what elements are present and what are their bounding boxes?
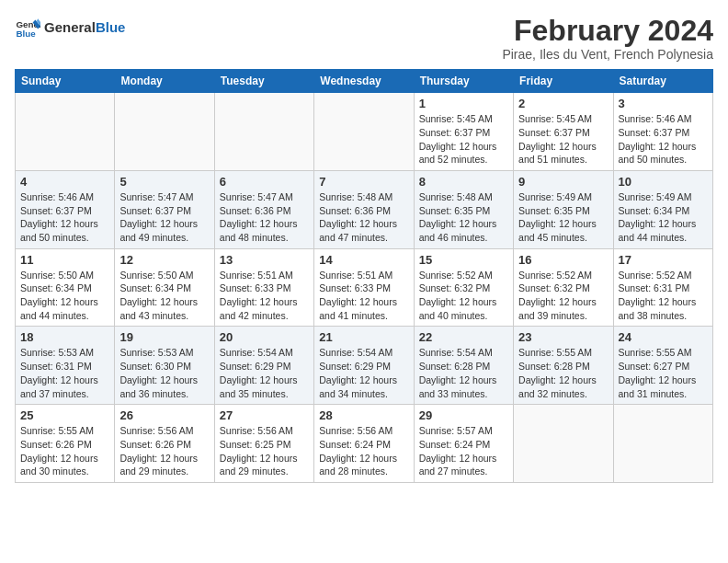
calendar-cell: 16Sunrise: 5:52 AM Sunset: 6:32 PM Dayli… [514, 248, 613, 327]
day-info: Sunrise: 5:51 AM Sunset: 6:33 PM Dayligh… [319, 269, 408, 323]
column-header-saturday: Saturday [613, 70, 712, 93]
day-number: 1 [419, 97, 508, 110]
calendar-cell: 21Sunrise: 5:54 AM Sunset: 6:29 PM Dayli… [314, 327, 414, 405]
day-number: 13 [220, 253, 309, 267]
svg-text:Blue: Blue [16, 29, 36, 39]
day-number: 12 [119, 253, 209, 267]
day-number: 25 [20, 408, 109, 422]
day-info: Sunrise: 5:45 AM Sunset: 6:37 PM Dayligh… [419, 112, 508, 167]
week-row-3: 11Sunrise: 5:50 AM Sunset: 6:34 PM Dayli… [16, 248, 713, 327]
day-number: 21 [319, 330, 408, 344]
calendar-cell: 18Sunrise: 5:53 AM Sunset: 6:31 PM Dayli… [16, 327, 115, 405]
page-subtitle: Pirae, Iles du Vent, French Polynesia [502, 47, 713, 62]
calendar-cell: 5Sunrise: 5:47 AM Sunset: 6:37 PM Daylig… [115, 170, 214, 248]
day-number: 11 [20, 253, 109, 267]
logo-blue: Blue [96, 19, 126, 35]
calendar-cell: 19Sunrise: 5:53 AM Sunset: 6:30 PM Dayli… [115, 327, 214, 405]
calendar-cell: 24Sunrise: 5:55 AM Sunset: 6:27 PM Dayli… [613, 327, 712, 405]
day-info: Sunrise: 5:49 AM Sunset: 6:34 PM Dayligh… [619, 190, 708, 245]
calendar-cell: 1Sunrise: 5:45 AM Sunset: 6:37 PM Daylig… [414, 93, 513, 171]
calendar-cell: 15Sunrise: 5:52 AM Sunset: 6:32 PM Dayli… [414, 248, 513, 327]
day-number: 15 [419, 253, 508, 267]
day-info: Sunrise: 5:54 AM Sunset: 6:28 PM Dayligh… [419, 346, 508, 400]
calendar-cell: 3Sunrise: 5:46 AM Sunset: 6:37 PM Daylig… [613, 93, 712, 171]
day-info: Sunrise: 5:55 AM Sunset: 6:27 PM Dayligh… [619, 346, 708, 400]
day-info: Sunrise: 5:56 AM Sunset: 6:25 PM Dayligh… [220, 424, 309, 478]
day-number: 5 [119, 175, 209, 189]
page-header: General Blue GeneralBlue February 2024 P… [15, 15, 713, 62]
day-number: 4 [20, 175, 109, 189]
day-number: 23 [518, 330, 608, 344]
day-number: 20 [220, 330, 309, 344]
calendar-cell: 28Sunrise: 5:56 AM Sunset: 6:24 PM Dayli… [314, 405, 414, 483]
calendar-cell: 11Sunrise: 5:50 AM Sunset: 6:34 PM Dayli… [16, 248, 115, 327]
day-info: Sunrise: 5:49 AM Sunset: 6:35 PM Dayligh… [518, 190, 608, 245]
calendar-cell [214, 93, 313, 171]
day-info: Sunrise: 5:52 AM Sunset: 6:31 PM Dayligh… [619, 269, 708, 323]
calendar-cell: 9Sunrise: 5:49 AM Sunset: 6:35 PM Daylig… [514, 170, 613, 248]
day-info: Sunrise: 5:50 AM Sunset: 6:34 PM Dayligh… [119, 269, 209, 323]
column-header-monday: Monday [115, 70, 214, 93]
column-header-tuesday: Tuesday [214, 70, 313, 93]
week-row-4: 18Sunrise: 5:53 AM Sunset: 6:31 PM Dayli… [16, 327, 713, 405]
calendar-cell [613, 405, 712, 483]
day-number: 7 [319, 175, 408, 189]
column-header-friday: Friday [514, 70, 613, 93]
calendar-cell: 2Sunrise: 5:45 AM Sunset: 6:37 PM Daylig… [514, 93, 613, 171]
calendar-cell: 14Sunrise: 5:51 AM Sunset: 6:33 PM Dayli… [314, 248, 414, 327]
week-row-1: 1Sunrise: 5:45 AM Sunset: 6:37 PM Daylig… [16, 93, 713, 171]
calendar-cell [16, 93, 115, 171]
calendar-cell [514, 405, 613, 483]
calendar-table: SundayMondayTuesdayWednesdayThursdayFrid… [15, 69, 713, 483]
day-info: Sunrise: 5:57 AM Sunset: 6:24 PM Dayligh… [419, 424, 508, 478]
day-number: 10 [619, 175, 708, 189]
calendar-cell [314, 93, 414, 171]
day-number: 18 [20, 330, 109, 344]
calendar-cell: 22Sunrise: 5:54 AM Sunset: 6:28 PM Dayli… [414, 327, 513, 405]
day-info: Sunrise: 5:54 AM Sunset: 6:29 PM Dayligh… [319, 346, 408, 400]
day-info: Sunrise: 5:56 AM Sunset: 6:26 PM Dayligh… [119, 424, 209, 478]
day-info: Sunrise: 5:47 AM Sunset: 6:37 PM Dayligh… [119, 190, 209, 245]
day-number: 17 [619, 253, 708, 267]
logo-general: General [44, 19, 96, 35]
day-info: Sunrise: 5:55 AM Sunset: 6:28 PM Dayligh… [518, 346, 608, 400]
calendar-cell: 25Sunrise: 5:55 AM Sunset: 6:26 PM Dayli… [16, 405, 115, 483]
day-info: Sunrise: 5:56 AM Sunset: 6:24 PM Dayligh… [319, 424, 408, 478]
day-number: 2 [518, 97, 608, 110]
day-number: 8 [419, 175, 508, 189]
calendar-cell: 10Sunrise: 5:49 AM Sunset: 6:34 PM Dayli… [613, 170, 712, 248]
title-area: February 2024 Pirae, Iles du Vent, Frenc… [502, 15, 713, 62]
day-number: 14 [319, 253, 408, 267]
page-title: February 2024 [502, 15, 713, 47]
day-info: Sunrise: 5:48 AM Sunset: 6:35 PM Dayligh… [419, 190, 508, 245]
day-info: Sunrise: 5:53 AM Sunset: 6:31 PM Dayligh… [20, 346, 109, 400]
calendar-cell [115, 93, 214, 171]
logo: General Blue GeneralBlue [15, 15, 125, 40]
day-number: 3 [619, 97, 708, 110]
calendar-header-row: SundayMondayTuesdayWednesdayThursdayFrid… [16, 70, 713, 93]
day-info: Sunrise: 5:51 AM Sunset: 6:33 PM Dayligh… [220, 269, 309, 323]
day-number: 9 [518, 175, 608, 189]
day-number: 26 [119, 408, 209, 422]
day-number: 19 [119, 330, 209, 344]
calendar-cell: 8Sunrise: 5:48 AM Sunset: 6:35 PM Daylig… [414, 170, 513, 248]
calendar-cell: 7Sunrise: 5:48 AM Sunset: 6:36 PM Daylig… [314, 170, 414, 248]
calendar-cell: 13Sunrise: 5:51 AM Sunset: 6:33 PM Dayli… [214, 248, 313, 327]
calendar-cell: 26Sunrise: 5:56 AM Sunset: 6:26 PM Dayli… [115, 405, 214, 483]
day-info: Sunrise: 5:50 AM Sunset: 6:34 PM Dayligh… [20, 269, 109, 323]
calendar-cell: 29Sunrise: 5:57 AM Sunset: 6:24 PM Dayli… [414, 405, 513, 483]
calendar-cell: 27Sunrise: 5:56 AM Sunset: 6:25 PM Dayli… [214, 405, 313, 483]
day-number: 24 [619, 330, 708, 344]
day-number: 22 [419, 330, 508, 344]
day-info: Sunrise: 5:45 AM Sunset: 6:37 PM Dayligh… [518, 112, 608, 167]
day-info: Sunrise: 5:47 AM Sunset: 6:36 PM Dayligh… [220, 190, 309, 245]
day-info: Sunrise: 5:46 AM Sunset: 6:37 PM Dayligh… [20, 190, 109, 245]
day-info: Sunrise: 5:52 AM Sunset: 6:32 PM Dayligh… [518, 269, 608, 323]
week-row-2: 4Sunrise: 5:46 AM Sunset: 6:37 PM Daylig… [16, 170, 713, 248]
week-row-5: 25Sunrise: 5:55 AM Sunset: 6:26 PM Dayli… [16, 405, 713, 483]
day-number: 6 [220, 175, 309, 189]
logo-icon: General Blue [15, 15, 40, 40]
day-info: Sunrise: 5:46 AM Sunset: 6:37 PM Dayligh… [619, 112, 708, 167]
day-info: Sunrise: 5:48 AM Sunset: 6:36 PM Dayligh… [319, 190, 408, 245]
day-info: Sunrise: 5:54 AM Sunset: 6:29 PM Dayligh… [220, 346, 309, 400]
